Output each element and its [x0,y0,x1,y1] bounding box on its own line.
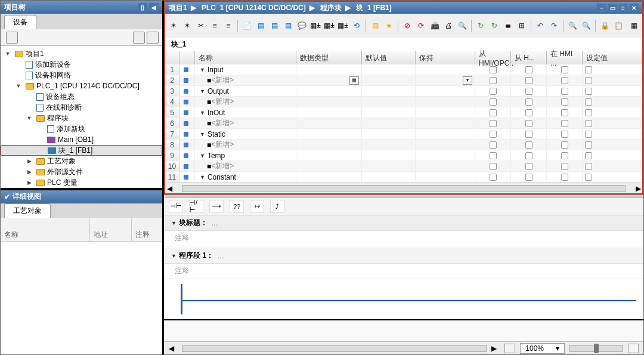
zoom-select[interactable]: 100%▾ [520,343,565,354]
ladder-canvas[interactable] [164,279,643,320]
tree-item[interactable]: ▼项目1 [1,48,162,59]
tb-2[interactable]: ✶ [181,20,193,32]
tb-25[interactable]: ⊞ [516,20,528,32]
zoom-slider[interactable] [569,345,623,352]
tree-item[interactable]: ▶PLC 变量 [1,177,162,188]
tb-27[interactable]: ↷ [548,20,560,32]
var-row[interactable]: 2■ <新增>▦▾ [165,75,642,86]
tb-14[interactable]: ⟲ [351,20,363,32]
tb-1[interactable]: ✶ [168,20,179,32]
tb-20[interactable]: 🖨 [442,20,454,32]
tb-expand[interactable]: ▦ [628,20,640,32]
network-1-comment[interactable]: 注释 [164,264,643,279]
editor-toolbar: ✶ ✶ ✂ ≡ ≡ 📄 ▤ ▤ ▤ 💬 ▦± ▦± ▦± ⟲ ▤ ★ ⊘ ⟳ 📠… [164,14,643,38]
tb-15[interactable]: ▤ [369,20,381,32]
contact-nc-icon[interactable]: ⊣/⊢ [189,200,203,213]
left-arrow-icon[interactable]: ◀ [149,3,159,11]
tree-item[interactable]: 块_1 [FB1] [1,145,162,156]
tree-item[interactable]: ▼PLC_1 [CPU 1214C DC/DC/DC] [1,81,162,91]
tb-17[interactable]: ⊘ [401,20,413,32]
win-min-icon[interactable]: – [597,4,606,12]
col-hmi2[interactable]: 从 H... [511,51,547,64]
st-b[interactable] [628,344,639,353]
branch-open-icon[interactable]: ↦ [250,200,264,213]
contact-no-icon[interactable]: ⊣⊢ [169,200,183,213]
detail-tab[interactable]: 工艺对象 [4,203,51,218]
tb-21[interactable]: 🔍 [456,20,468,32]
var-row[interactable]: 11▼ Constant [165,172,642,183]
tb-19[interactable]: 📠 [429,20,441,32]
tb-8[interactable]: ▤ [268,20,280,32]
tb-16[interactable]: ★ [383,20,395,32]
tb-5[interactable]: ≡ [222,20,234,32]
st-a[interactable] [504,344,515,353]
block-title-header[interactable]: ▼块标题：… [164,215,643,231]
tool-expand[interactable] [6,32,18,44]
var-row[interactable]: 7▼ Static [165,129,642,140]
branch-close-icon[interactable]: ⤴ [270,200,284,213]
block-comment[interactable]: 注释 [164,231,643,246]
col-keep[interactable]: 保持 [416,51,475,64]
tb-11[interactable]: ▦± [309,20,321,32]
tb-24[interactable]: ≣ [502,20,514,32]
var-row[interactable]: 5▼ InOut [165,107,642,118]
col-dtype[interactable]: 数据类型 [296,51,362,64]
col-hmi1[interactable]: 从 HMI/OPC.. [475,51,511,64]
tab-device[interactable]: 设备 [4,15,36,29]
tb-13[interactable]: ▦± [337,20,349,32]
tb-7[interactable]: ▤ [255,20,267,32]
var-row[interactable]: 10■ <新增> [165,161,642,172]
col-def[interactable]: 默认值 [362,51,416,64]
network-1-header[interactable]: ▼程序段 1：… [164,248,643,264]
tb-12[interactable]: ▦± [323,20,335,32]
project-tree-title: 项目树 ▯◀ [1,1,162,14]
col-set[interactable]: 设定值 [583,51,642,64]
tb-29[interactable]: 🔍 [580,20,592,32]
col-name[interactable]: 名称 [195,51,296,64]
tb-cut[interactable]: ✂ [195,20,207,32]
win-restore-icon[interactable]: ▭ [608,4,617,12]
tool-b[interactable] [147,32,159,44]
left-tabs: 设备 [1,14,162,29]
h-scrollbar[interactable]: ◀▶ [165,183,642,193]
tb-28[interactable]: 🔍 [566,20,578,32]
var-row[interactable]: 9▼ Temp [165,150,642,161]
col-addr: 地址 [90,218,132,241]
tb-4[interactable]: ≡ [209,20,221,32]
col-hmi3[interactable]: 在 HMI ... [547,51,583,64]
tree-item[interactable]: Main [OB1] [1,134,162,145]
var-row[interactable]: 6■ <新增> [165,118,642,129]
tb-22[interactable]: ↻ [475,20,487,32]
tree-item[interactable]: ▶工艺对象 [1,156,162,166]
ladder-toolbar: ⊣⊢ ⊣/⊢ ⟶ ?? ↦ ⤴ [164,197,643,215]
tb-18[interactable]: ⟳ [415,20,427,32]
tool-a[interactable] [133,32,145,44]
var-row[interactable]: 1▼ Input [165,64,642,75]
var-row[interactable]: 3▼ Output [165,86,642,97]
project-tree[interactable]: ▼项目1添加新设备设备和网络▼PLC_1 [CPU 1214C DC/DC/DC… [1,46,162,188]
tb-26[interactable]: ↶ [534,20,546,32]
coil-icon[interactable]: ⟶ [209,200,224,213]
tb-10[interactable]: 💬 [296,20,308,32]
tree-item[interactable]: 设备和网络 [1,70,162,81]
tb-9[interactable]: ▤ [282,20,294,32]
tb-31[interactable]: 📋 [612,20,624,32]
tb-23[interactable]: ↻ [488,20,500,32]
tb-6[interactable]: 📄 [241,20,253,32]
tree-item[interactable]: 添加新设备 [1,59,162,70]
tree-item[interactable]: ▼程序块 [1,113,162,124]
win-close-icon[interactable]: ✕ [629,4,639,12]
var-row[interactable]: 8■ <新增> [165,140,642,150]
tree-item[interactable]: ▶外部源文件 [1,166,162,177]
tree-item[interactable]: 添加新块 [1,124,162,134]
tb-30[interactable]: 🔒 [599,20,611,32]
tree-item[interactable]: 在线和诊断 [1,102,162,113]
collapse-icon[interactable]: ▯ [138,3,147,11]
tree-item[interactable]: 设备组态 [1,91,162,102]
col-cmt: 注释 [132,218,162,241]
h-scroll[interactable] [182,345,487,352]
col-name: 名称 [1,218,90,241]
box-icon[interactable]: ?? [230,200,244,213]
win-max-icon[interactable]: ≡ [618,4,628,12]
var-row[interactable]: 4■ <新增> [165,97,642,107]
